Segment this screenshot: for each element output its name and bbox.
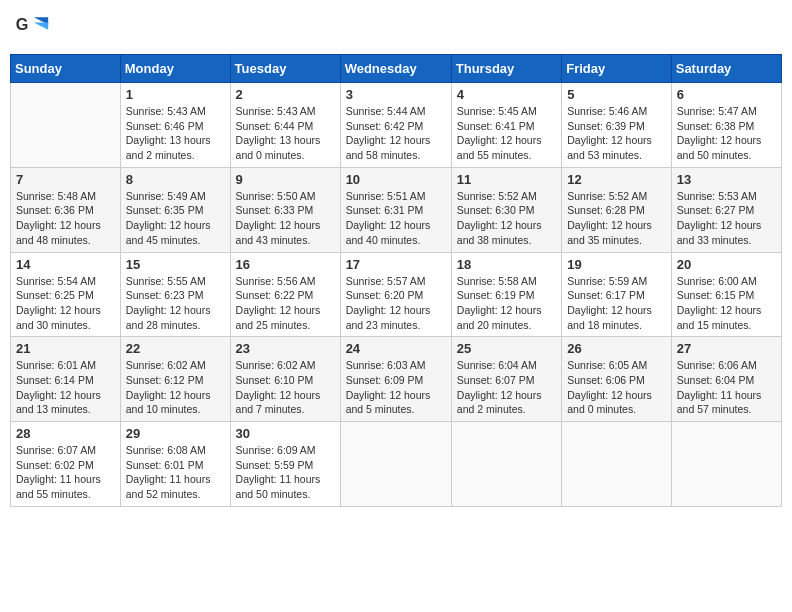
day-info: Sunrise: 5:54 AM Sunset: 6:25 PM Dayligh… — [16, 274, 115, 333]
day-cell: 19Sunrise: 5:59 AM Sunset: 6:17 PM Dayli… — [562, 252, 672, 337]
day-cell — [562, 422, 672, 507]
day-number: 19 — [567, 257, 666, 272]
day-number: 17 — [346, 257, 446, 272]
day-info: Sunrise: 6:04 AM Sunset: 6:07 PM Dayligh… — [457, 358, 556, 417]
day-info: Sunrise: 6:08 AM Sunset: 6:01 PM Dayligh… — [126, 443, 225, 502]
day-cell: 1Sunrise: 5:43 AM Sunset: 6:46 PM Daylig… — [120, 83, 230, 168]
day-info: Sunrise: 5:50 AM Sunset: 6:33 PM Dayligh… — [236, 189, 335, 248]
week-row-5: 28Sunrise: 6:07 AM Sunset: 6:02 PM Dayli… — [11, 422, 782, 507]
day-number: 3 — [346, 87, 446, 102]
day-cell: 28Sunrise: 6:07 AM Sunset: 6:02 PM Dayli… — [11, 422, 121, 507]
svg-marker-2 — [34, 23, 48, 30]
day-info: Sunrise: 6:06 AM Sunset: 6:04 PM Dayligh… — [677, 358, 776, 417]
day-number: 10 — [346, 172, 446, 187]
day-cell: 11Sunrise: 5:52 AM Sunset: 6:30 PM Dayli… — [451, 167, 561, 252]
day-info: Sunrise: 5:46 AM Sunset: 6:39 PM Dayligh… — [567, 104, 666, 163]
day-info: Sunrise: 6:00 AM Sunset: 6:15 PM Dayligh… — [677, 274, 776, 333]
day-number: 2 — [236, 87, 335, 102]
day-info: Sunrise: 5:43 AM Sunset: 6:44 PM Dayligh… — [236, 104, 335, 163]
day-cell: 29Sunrise: 6:08 AM Sunset: 6:01 PM Dayli… — [120, 422, 230, 507]
day-number: 24 — [346, 341, 446, 356]
day-number: 25 — [457, 341, 556, 356]
day-info: Sunrise: 5:58 AM Sunset: 6:19 PM Dayligh… — [457, 274, 556, 333]
day-number: 7 — [16, 172, 115, 187]
day-number: 28 — [16, 426, 115, 441]
day-info: Sunrise: 5:52 AM Sunset: 6:30 PM Dayligh… — [457, 189, 556, 248]
day-info: Sunrise: 5:49 AM Sunset: 6:35 PM Dayligh… — [126, 189, 225, 248]
day-number: 20 — [677, 257, 776, 272]
day-cell: 5Sunrise: 5:46 AM Sunset: 6:39 PM Daylig… — [562, 83, 672, 168]
day-number: 14 — [16, 257, 115, 272]
day-cell: 27Sunrise: 6:06 AM Sunset: 6:04 PM Dayli… — [671, 337, 781, 422]
page-header: G — [10, 10, 782, 46]
day-info: Sunrise: 6:01 AM Sunset: 6:14 PM Dayligh… — [16, 358, 115, 417]
week-row-3: 14Sunrise: 5:54 AM Sunset: 6:25 PM Dayli… — [11, 252, 782, 337]
col-header-sunday: Sunday — [11, 55, 121, 83]
day-number: 12 — [567, 172, 666, 187]
calendar-table: SundayMondayTuesdayWednesdayThursdayFrid… — [10, 54, 782, 507]
day-info: Sunrise: 5:47 AM Sunset: 6:38 PM Dayligh… — [677, 104, 776, 163]
col-header-saturday: Saturday — [671, 55, 781, 83]
day-cell: 21Sunrise: 6:01 AM Sunset: 6:14 PM Dayli… — [11, 337, 121, 422]
day-number: 21 — [16, 341, 115, 356]
day-cell: 4Sunrise: 5:45 AM Sunset: 6:41 PM Daylig… — [451, 83, 561, 168]
day-number: 5 — [567, 87, 666, 102]
col-header-tuesday: Tuesday — [230, 55, 340, 83]
day-info: Sunrise: 5:56 AM Sunset: 6:22 PM Dayligh… — [236, 274, 335, 333]
day-info: Sunrise: 5:48 AM Sunset: 6:36 PM Dayligh… — [16, 189, 115, 248]
day-info: Sunrise: 6:02 AM Sunset: 6:10 PM Dayligh… — [236, 358, 335, 417]
day-cell: 7Sunrise: 5:48 AM Sunset: 6:36 PM Daylig… — [11, 167, 121, 252]
day-cell: 12Sunrise: 5:52 AM Sunset: 6:28 PM Dayli… — [562, 167, 672, 252]
day-number: 9 — [236, 172, 335, 187]
day-info: Sunrise: 6:02 AM Sunset: 6:12 PM Dayligh… — [126, 358, 225, 417]
day-number: 26 — [567, 341, 666, 356]
day-cell: 20Sunrise: 6:00 AM Sunset: 6:15 PM Dayli… — [671, 252, 781, 337]
day-cell — [671, 422, 781, 507]
day-cell: 24Sunrise: 6:03 AM Sunset: 6:09 PM Dayli… — [340, 337, 451, 422]
day-info: Sunrise: 5:57 AM Sunset: 6:20 PM Dayligh… — [346, 274, 446, 333]
week-row-1: 1Sunrise: 5:43 AM Sunset: 6:46 PM Daylig… — [11, 83, 782, 168]
svg-text:G: G — [16, 15, 29, 33]
day-number: 11 — [457, 172, 556, 187]
day-info: Sunrise: 6:07 AM Sunset: 6:02 PM Dayligh… — [16, 443, 115, 502]
day-number: 6 — [677, 87, 776, 102]
day-number: 15 — [126, 257, 225, 272]
day-cell: 13Sunrise: 5:53 AM Sunset: 6:27 PM Dayli… — [671, 167, 781, 252]
day-cell: 9Sunrise: 5:50 AM Sunset: 6:33 PM Daylig… — [230, 167, 340, 252]
col-header-thursday: Thursday — [451, 55, 561, 83]
day-cell: 22Sunrise: 6:02 AM Sunset: 6:12 PM Dayli… — [120, 337, 230, 422]
day-info: Sunrise: 5:45 AM Sunset: 6:41 PM Dayligh… — [457, 104, 556, 163]
day-info: Sunrise: 5:55 AM Sunset: 6:23 PM Dayligh… — [126, 274, 225, 333]
day-number: 13 — [677, 172, 776, 187]
day-number: 8 — [126, 172, 225, 187]
day-cell: 23Sunrise: 6:02 AM Sunset: 6:10 PM Dayli… — [230, 337, 340, 422]
logo-icon: G — [14, 10, 50, 46]
col-header-friday: Friday — [562, 55, 672, 83]
day-cell: 18Sunrise: 5:58 AM Sunset: 6:19 PM Dayli… — [451, 252, 561, 337]
day-number: 27 — [677, 341, 776, 356]
week-row-4: 21Sunrise: 6:01 AM Sunset: 6:14 PM Dayli… — [11, 337, 782, 422]
day-info: Sunrise: 5:52 AM Sunset: 6:28 PM Dayligh… — [567, 189, 666, 248]
day-number: 22 — [126, 341, 225, 356]
calendar-header-row: SundayMondayTuesdayWednesdayThursdayFrid… — [11, 55, 782, 83]
day-info: Sunrise: 5:44 AM Sunset: 6:42 PM Dayligh… — [346, 104, 446, 163]
day-cell: 26Sunrise: 6:05 AM Sunset: 6:06 PM Dayli… — [562, 337, 672, 422]
day-cell: 30Sunrise: 6:09 AM Sunset: 5:59 PM Dayli… — [230, 422, 340, 507]
day-cell — [451, 422, 561, 507]
day-cell: 3Sunrise: 5:44 AM Sunset: 6:42 PM Daylig… — [340, 83, 451, 168]
day-cell — [11, 83, 121, 168]
day-cell: 25Sunrise: 6:04 AM Sunset: 6:07 PM Dayli… — [451, 337, 561, 422]
day-cell: 2Sunrise: 5:43 AM Sunset: 6:44 PM Daylig… — [230, 83, 340, 168]
col-header-wednesday: Wednesday — [340, 55, 451, 83]
day-cell: 6Sunrise: 5:47 AM Sunset: 6:38 PM Daylig… — [671, 83, 781, 168]
day-info: Sunrise: 5:53 AM Sunset: 6:27 PM Dayligh… — [677, 189, 776, 248]
day-cell: 10Sunrise: 5:51 AM Sunset: 6:31 PM Dayli… — [340, 167, 451, 252]
week-row-2: 7Sunrise: 5:48 AM Sunset: 6:36 PM Daylig… — [11, 167, 782, 252]
day-number: 1 — [126, 87, 225, 102]
logo: G — [14, 10, 52, 46]
day-cell: 15Sunrise: 5:55 AM Sunset: 6:23 PM Dayli… — [120, 252, 230, 337]
day-cell: 8Sunrise: 5:49 AM Sunset: 6:35 PM Daylig… — [120, 167, 230, 252]
day-number: 4 — [457, 87, 556, 102]
day-number: 16 — [236, 257, 335, 272]
day-info: Sunrise: 6:09 AM Sunset: 5:59 PM Dayligh… — [236, 443, 335, 502]
